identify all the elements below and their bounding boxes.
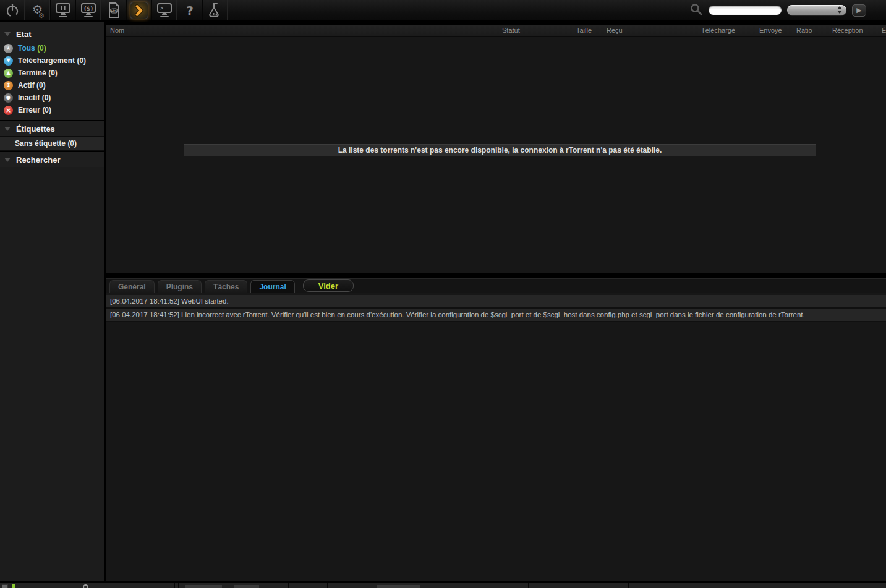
svg-text:>_: >_ — [160, 5, 166, 11]
collapse-triangle-icon — [4, 32, 11, 36]
item-count: (0) — [77, 56, 86, 65]
monitor-pause-button[interactable] — [51, 0, 76, 20]
section-title: Etat — [16, 30, 32, 39]
sidebar-item-actif[interactable]: ↕ Actif (0) — [0, 79, 104, 92]
svg-text:LOG: LOG — [111, 9, 117, 12]
sidebar: Etat ★ Tous (0) ▼ Téléchargement (0) ▲ T… — [0, 22, 104, 581]
log-file-button[interactable]: LOG — [101, 0, 127, 20]
disk-icon — [2, 584, 8, 588]
tab-general[interactable]: Général — [109, 280, 155, 293]
status-segment — [328, 583, 529, 588]
sidebar-item-inactif[interactable]: ● Inactif (0) — [0, 92, 104, 104]
sidebar-empty-area — [0, 167, 104, 581]
status-segment — [77, 583, 175, 588]
log-file-icon: LOG — [106, 2, 122, 19]
log-line: [06.04.2017 18:41:52] WebUI started. — [106, 295, 886, 309]
search-filter-select[interactable] — [787, 5, 846, 15]
item-label: Sans étiquette — [15, 139, 66, 148]
item-label: Tous — [18, 44, 35, 53]
power-icon — [4, 2, 20, 19]
col-recu[interactable]: Reçu — [607, 27, 623, 34]
item-label: Terminé — [18, 69, 46, 77]
col-taille[interactable]: Taille — [576, 27, 592, 34]
sidebar-item-termine[interactable]: ▲ Terminé (0) — [0, 67, 104, 79]
sidebar-item-tous[interactable]: ★ Tous (0) — [0, 42, 104, 54]
play-icon: ▶ — [856, 6, 861, 14]
sidebar-section-etat[interactable]: Etat — [0, 26, 104, 42]
sidebar-section-rechercher[interactable]: Rechercher — [0, 151, 104, 167]
bottom-panel: Général Plugins Tâches Journal Vider [06… — [106, 278, 886, 581]
help-icon: ? — [186, 3, 194, 18]
svg-text:⚙: ⚙ — [38, 12, 45, 19]
toolbar-search-area: ▶ — [689, 0, 886, 20]
sidebar-item-telechargement[interactable]: ▼ Téléchargement (0) — [0, 54, 104, 67]
plex-icon — [130, 2, 148, 19]
status-segment — [179, 583, 289, 588]
col-emission-partial[interactable]: É — [882, 27, 886, 34]
item-label: Téléchargement — [18, 56, 75, 65]
search-input[interactable] — [709, 6, 782, 15]
sidebar-section-etiquettes[interactable]: Étiquettes — [0, 120, 104, 136]
col-envoye[interactable]: Envoyé — [759, 27, 782, 34]
status-text-partial — [377, 585, 420, 588]
status-circle-icon — [83, 584, 88, 588]
item-count: (0) — [42, 93, 51, 102]
status-segment — [289, 583, 328, 588]
select-spinner-icon — [837, 6, 842, 14]
item-count: (0) — [36, 81, 46, 90]
item-count: (0) — [42, 106, 51, 114]
section-title: Rechercher — [16, 155, 61, 164]
log-area: [06.04.2017 18:41:52] WebUI started. [06… — [106, 293, 886, 581]
monitor-pause-icon — [54, 2, 72, 19]
plex-button[interactable] — [127, 0, 152, 20]
horizontal-splitter[interactable] — [106, 273, 886, 278]
tab-plugins[interactable]: Plugins — [158, 280, 202, 293]
main-pane: Nom Statut Taille Reçu Téléchargé Envoyé… — [106, 22, 886, 581]
collapse-triangle-icon — [4, 158, 11, 162]
col-telecharge[interactable]: Téléchargé — [701, 27, 735, 34]
torrent-table-header: Nom Statut Taille Reçu Téléchargé Envoyé… — [106, 25, 886, 37]
terminal-button[interactable]: >_ — [152, 0, 177, 20]
rutorrent-app: ⚙ ⚙ ($) — [0, 0, 886, 588]
item-count: (0) — [48, 69, 58, 77]
status-text-partial — [234, 585, 259, 588]
top-toolbar: ⚙ ⚙ ($) — [0, 0, 886, 22]
col-reception[interactable]: Réception — [832, 27, 863, 34]
star-icon: ★ — [4, 44, 13, 53]
error-x-icon: × — [4, 106, 13, 115]
sidebar-item-sans-etiquette[interactable]: Sans étiquette (0) — [0, 136, 104, 151]
flask-button[interactable] — [203, 0, 228, 20]
monitor-dollar-button[interactable]: ($) — [76, 0, 101, 20]
settings-button[interactable]: ⚙ ⚙ — [25, 0, 51, 20]
no-connection-message: La liste des torrents n'est pas encore d… — [184, 144, 816, 156]
section-title: Étiquettes — [16, 124, 55, 134]
bottom-tabbar: Général Plugins Tâches Journal Vider — [106, 278, 886, 293]
status-segment — [0, 583, 77, 588]
tab-journal[interactable]: Journal — [250, 280, 294, 293]
help-button[interactable]: ? — [177, 0, 203, 20]
item-count: (0) — [37, 44, 46, 53]
speed-indicator-icon — [12, 584, 15, 588]
download-arrow-icon: ▼ — [4, 56, 13, 66]
item-label: Inactif — [18, 93, 40, 102]
status-segment — [529, 583, 629, 588]
monitor-dollar-icon: ($) — [80, 2, 97, 19]
clear-log-button[interactable]: Vider — [303, 279, 354, 292]
sidebar-item-erreur[interactable]: × Erreur (0) — [0, 104, 104, 116]
col-ratio[interactable]: Ratio — [796, 27, 812, 34]
status-bar — [0, 581, 886, 588]
col-nom[interactable]: Nom — [110, 27, 124, 34]
search-icon — [689, 2, 703, 19]
item-label: Erreur — [18, 106, 40, 114]
search-go-button[interactable]: ▶ — [852, 4, 866, 17]
col-statut[interactable]: Statut — [502, 27, 520, 34]
torrent-list-area: La liste des torrents n'est pas encore d… — [106, 37, 886, 273]
power-button[interactable] — [0, 0, 25, 20]
upload-arrow-icon: ▲ — [4, 69, 13, 78]
status-text-partial — [185, 585, 222, 588]
collapse-triangle-icon — [4, 127, 11, 131]
inactive-dot-icon: ● — [4, 93, 13, 103]
tab-taches[interactable]: Tâches — [205, 280, 247, 293]
active-arrows-icon: ↕ — [4, 81, 13, 90]
item-count: (0) — [67, 139, 77, 148]
